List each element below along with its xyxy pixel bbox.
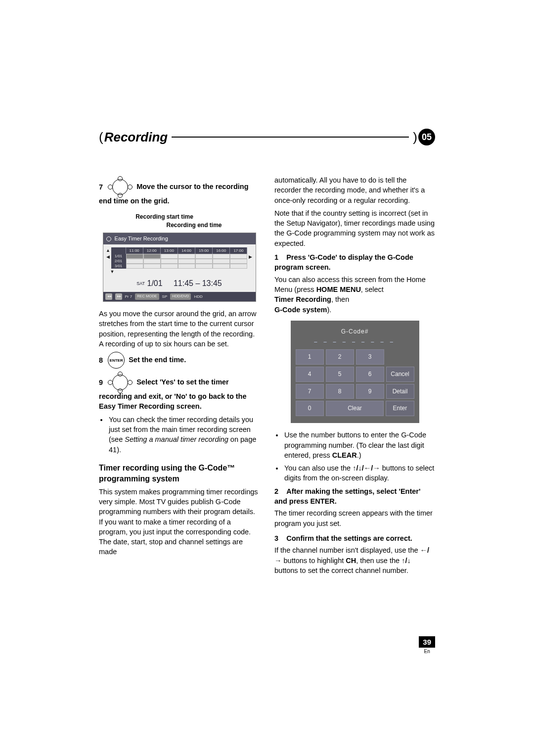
step-text: After making the settings, select 'Enter… [274, 487, 420, 505]
sp-label: SP [162, 294, 168, 299]
home-menu-bold: HOME MENU [316, 285, 361, 293]
forward-icon: ▸▸ [115, 293, 122, 300]
time-header: 12:00 [143, 247, 161, 254]
timer-screen-paragraph: The timer recording screen appears with … [274, 508, 435, 528]
keypad-dashes: – – – – – – – – – [296, 338, 414, 349]
grid-pointer-labels: Recording start time Recording end time [99, 213, 260, 230]
easy-timer-recording-widget: Easy Timer Recording ▲◀ 11:00 12:00 13:0… [103, 233, 256, 302]
key-5[interactable]: 5 [326, 367, 354, 382]
time-header: 15:00 [195, 247, 213, 254]
key-clear[interactable]: Clear [326, 401, 384, 416]
bullet-italic: Setting a manual timer recording [125, 435, 228, 443]
step-2: 2 After making the settings, select 'Ent… [274, 486, 435, 507]
auto-paragraph: automatically. All you have to do is tel… [274, 175, 435, 205]
paren-left: ( [99, 130, 103, 145]
step-number: 2 [274, 487, 278, 495]
label-end-time: Recording end time [166, 222, 222, 229]
step-1: 1 Press 'G-Code' to display the G-Code p… [274, 252, 435, 273]
step-number: 3 [274, 534, 278, 542]
key-9[interactable]: 9 [356, 384, 384, 399]
channel-label: Pr 7 [125, 294, 133, 299]
bullet-list: You can check the timer recording detail… [99, 415, 260, 455]
date-cell: 2/01 [111, 259, 126, 264]
left-column: 7 Move the cursor to the recording end t… [99, 175, 260, 577]
confirm-paragraph: If the channel number isn't displayed, u… [274, 545, 435, 575]
right-column: automatically. All you have to do is tel… [274, 175, 435, 577]
grid-arrows-left: ▲◀ [105, 247, 111, 260]
widget-title: Easy Timer Recording [115, 236, 168, 241]
arrow-ud-icon: ↑/↓ [401, 557, 411, 565]
bullet-list: Use the number buttons to enter the G-Co… [274, 430, 435, 483]
step-text: Press 'G-Code' to display the G-Code pro… [274, 253, 413, 271]
access-paragraph: You can also access this screen from the… [274, 275, 435, 315]
step-7: 7 Move the cursor to the recording end t… [99, 178, 260, 206]
info-date: 1/01 [147, 279, 163, 287]
grid-bottom-bar: ◂◂ ▸▸ Pr 7 REC MODE SP HDD/DVD HDD [103, 292, 256, 301]
clock-icon [106, 236, 111, 241]
step-number: 1 [274, 253, 278, 261]
time-header: 13:00 [161, 247, 178, 254]
note-paragraph: Note that if the country setting is inco… [274, 208, 435, 248]
key-3[interactable]: 3 [356, 349, 384, 365]
info-time-range: 11:45 – 13:45 [174, 279, 222, 287]
grid-arrow-down: ▼ [103, 269, 256, 275]
step-8: 8 ENTER Set the end time. [99, 352, 260, 369]
recmode-chip: REC MODE [135, 293, 159, 300]
page-lang: En [419, 649, 435, 654]
key-1[interactable]: 1 [296, 349, 324, 365]
key-cancel[interactable]: Cancel [386, 367, 414, 382]
keypad-title: G-Code# [296, 325, 414, 338]
rewind-icon: ◂◂ [105, 293, 112, 300]
cursor-pad-icon [108, 178, 133, 196]
key-8[interactable]: 8 [326, 384, 354, 399]
paren-right: ) [413, 130, 417, 145]
key-6[interactable]: 6 [356, 367, 384, 382]
key-2[interactable]: 2 [326, 349, 354, 365]
time-header: 16:00 [213, 247, 230, 254]
timer-recording-bold: Timer Recording [274, 295, 331, 303]
time-header: 14:00 [178, 247, 195, 254]
hdd-dvd-chip: HDD/DVD [170, 293, 191, 300]
chapter-header: ( Recording ) 05 [99, 129, 435, 145]
list-item: You can check the timer recording detail… [108, 415, 260, 455]
date-cell: 3/01 [111, 264, 126, 269]
time-header: 17:00 [230, 247, 247, 254]
key-0[interactable]: 0 [296, 401, 324, 416]
step-number: 8 [99, 355, 103, 365]
arrow-icons: ↑/↓/←/→ [353, 464, 380, 472]
key-detail[interactable]: Detail [386, 384, 414, 399]
cursor-paragraph: As you move the cursor around the grid, … [99, 309, 260, 349]
header-rule [172, 137, 409, 138]
step-9: 9 Select 'Yes' to set the timer recordin… [99, 374, 260, 412]
ch-bold: CH [346, 557, 356, 565]
step-text: Set the end time. [129, 356, 186, 364]
key-4[interactable]: 4 [296, 367, 324, 382]
list-item: You can also use the ↑/↓/←/→ buttons to … [283, 463, 435, 483]
info-day: SAT [136, 281, 145, 286]
enter-button-icon: ENTER [108, 352, 125, 369]
date-cell: 1/01 [111, 254, 126, 259]
key-7[interactable]: 7 [296, 384, 324, 399]
hdd-label: HDD [194, 294, 202, 299]
step-3: 3 Confirm that the settings are correct. [274, 533, 435, 543]
page-number: 39 [419, 636, 435, 648]
time-header: 11:00 [126, 247, 143, 254]
cursor-pad-icon [108, 374, 133, 391]
chapter-number-badge: 05 [418, 129, 435, 145]
grid-arrows-right: ▶ [248, 247, 254, 260]
gcode-keypad-widget: G-Code# – – – – – – – – – 1 2 3 4 5 6 Ca… [291, 321, 419, 423]
system-paragraph: This system makes programming timer reco… [99, 487, 260, 557]
chapter-title: Recording [104, 130, 168, 145]
timer-grid: 11:00 12:00 13:00 14:00 15:00 16:00 17:0… [111, 247, 248, 269]
section-heading: Timer recording using the G-Code™ progra… [99, 463, 260, 485]
key-enter[interactable]: Enter [386, 401, 414, 416]
step-number: 9 [99, 378, 103, 387]
gcode-system-bold: G-Code system [274, 306, 327, 314]
grid-info-row: SAT 1/01 11:45 – 13:45 [103, 275, 256, 292]
page-footer: 39 En [419, 636, 435, 654]
clear-bold: CLEAR [332, 451, 357, 459]
step-number: 7 [99, 182, 103, 192]
list-item: Use the number buttons to enter the G-Co… [283, 430, 435, 460]
step-text: Confirm that the settings are correct. [286, 534, 412, 542]
widget-title-bar: Easy Timer Recording [103, 233, 256, 244]
